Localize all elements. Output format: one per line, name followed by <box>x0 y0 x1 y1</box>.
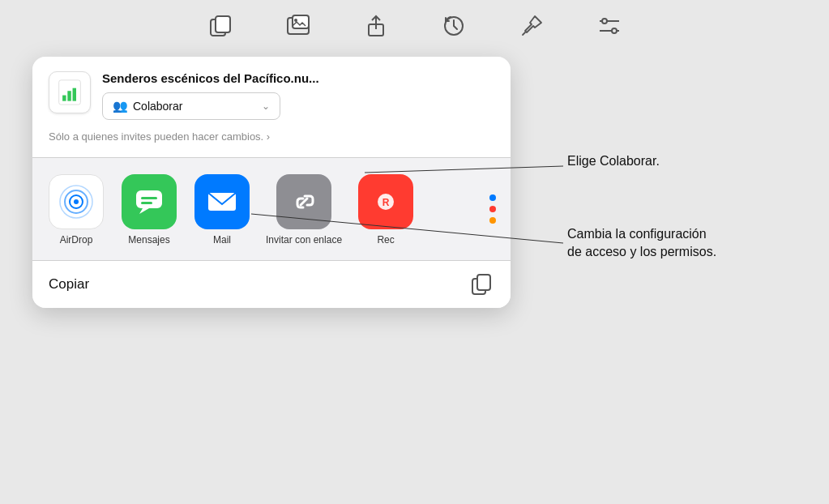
svg-rect-1 <box>216 16 230 32</box>
share-toolbar-icon[interactable] <box>361 11 391 41</box>
pin-toolbar-icon[interactable] <box>517 11 546 41</box>
mail-icon <box>194 174 250 229</box>
annotation-1: Elige Colaborar. <box>567 152 660 170</box>
svg-text:R: R <box>382 197 390 208</box>
permissions-text[interactable]: Sólo a quienes invites pueden hacer camb… <box>49 130 494 144</box>
svg-rect-3 <box>293 15 309 28</box>
share-item-mail[interactable]: Mail <box>193 174 251 247</box>
mail-label: Mail <box>213 234 231 247</box>
svg-point-9 <box>602 19 607 23</box>
svg-line-8 <box>523 32 525 35</box>
invite-label: Invitar con enlace <box>266 234 342 247</box>
media-toolbar-icon[interactable] <box>284 11 313 41</box>
share-item-messages[interactable]: Mensajes <box>120 174 178 247</box>
rec-label: Rec <box>377 234 394 247</box>
share-item-airdrop[interactable]: AirDrop <box>47 174 105 247</box>
svg-rect-18 <box>73 88 76 101</box>
messages-label: Mensajes <box>128 234 169 247</box>
doc-info: Senderos escénicos del Pacífico.nu... 👥 … <box>102 71 494 120</box>
svg-rect-17 <box>67 91 71 100</box>
share-item-invite[interactable]: Invitar con enlace <box>266 174 342 247</box>
doc-icon <box>49 71 91 113</box>
svg-point-22 <box>74 199 79 204</box>
collaborate-button[interactable]: 👥 Colaborar ⌄ <box>102 92 280 120</box>
share-options: AirDrop Mensajes <box>32 158 511 261</box>
invite-icon <box>276 174 331 229</box>
scroll-dots <box>489 194 496 224</box>
annotation-2: Cambia la configuraciónde acceso y los p… <box>567 225 716 262</box>
svg-rect-26 <box>141 202 152 204</box>
rec-icon: R <box>358 174 413 229</box>
airdrop-label: AirDrop <box>60 234 93 247</box>
copy-label: Copiar <box>49 276 89 293</box>
permissions-arrow: › <box>267 130 270 143</box>
share-panel: Senderos escénicos del Pacífico.nu... 👥 … <box>32 57 511 308</box>
copy-section[interactable]: Copiar <box>32 261 511 308</box>
collaborate-label: Colaborar <box>133 100 182 113</box>
doc-section: Senderos escénicos del Pacífico.nu... 👥 … <box>32 57 511 158</box>
messages-icon <box>122 174 177 229</box>
dot-1 <box>489 194 496 201</box>
collaborate-icon: 👥 <box>113 99 128 113</box>
history-toolbar-icon[interactable] <box>439 11 468 41</box>
svg-rect-25 <box>141 197 157 199</box>
doc-header: Senderos escénicos del Pacífico.nu... 👥 … <box>49 71 494 120</box>
copy-icon <box>470 272 494 297</box>
share-icons-row: AirDrop Mensajes <box>47 174 496 247</box>
svg-marker-24 <box>139 208 149 214</box>
filter-toolbar-icon[interactable] <box>595 11 624 41</box>
svg-point-12 <box>612 28 617 33</box>
toolbar <box>0 0 829 49</box>
doc-title: Senderos escénicos del Pacífico.nu... <box>102 71 494 86</box>
svg-rect-31 <box>477 275 490 290</box>
svg-rect-16 <box>62 96 66 101</box>
airdrop-icon <box>49 174 104 229</box>
copy-toolbar-icon[interactable] <box>206 11 235 41</box>
chevron-down-icon: ⌄ <box>262 100 270 112</box>
dot-3 <box>489 217 496 224</box>
dot-2 <box>489 206 496 212</box>
share-item-rec[interactable]: R Rec <box>357 174 415 247</box>
